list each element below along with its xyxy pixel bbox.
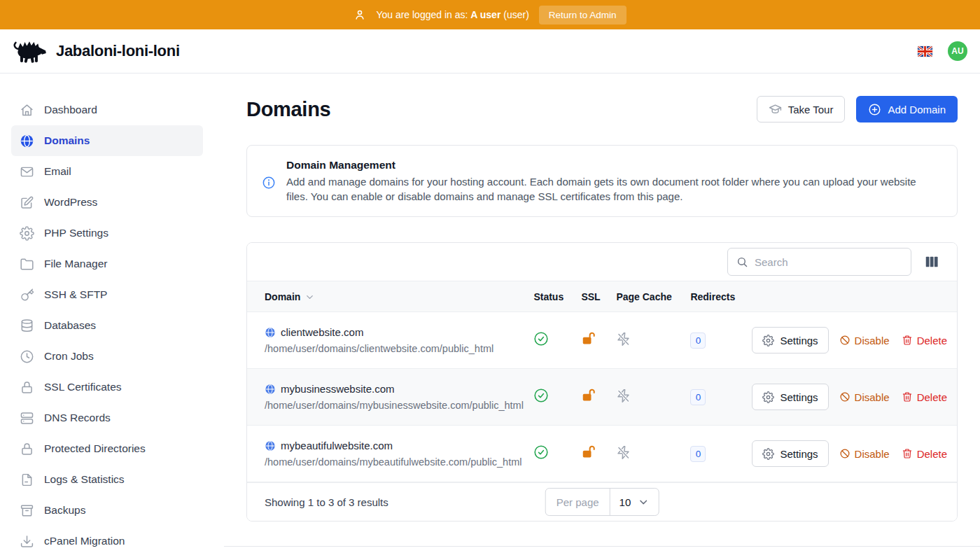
sidebar-item-domains[interactable]: Domains — [11, 125, 203, 156]
page-cache-off-icon[interactable] — [616, 445, 631, 460]
person-icon — [354, 8, 366, 21]
gear-icon — [762, 448, 774, 460]
file-text-icon — [20, 472, 34, 487]
ssl-unlocked-icon[interactable] — [581, 444, 596, 460]
app-header: Jabaloni-loni-loni AU — [0, 29, 980, 74]
columns-toggle-icon[interactable] — [924, 254, 939, 270]
column-header-ssl: SSL — [581, 281, 616, 312]
status-check-circle-icon — [533, 444, 549, 460]
domain-table-row: mybusinesswebsite.com /home/user/domains… — [247, 369, 957, 426]
results-summary: Showing 1 to 3 of 3 results — [265, 496, 388, 508]
page-cache-off-icon[interactable] — [616, 388, 631, 403]
domain-name-link[interactable]: clientwebsite.com — [281, 326, 363, 338]
sidebar-item-cpanel-migration[interactable]: cPanel Migration — [11, 526, 203, 556]
page-bottom-divider — [224, 546, 980, 547]
sidebar-item-php-settings[interactable]: PHP Settings — [11, 218, 203, 248]
graduation-cap-icon — [769, 103, 782, 116]
impersonation-banner: You are logged in as: A user (user) Retu… — [0, 0, 980, 29]
disable-button[interactable]: Disable — [838, 391, 891, 403]
redirects-count-badge[interactable]: 0 — [690, 332, 706, 349]
search-input[interactable] — [755, 256, 902, 268]
sidebar-item-email[interactable]: Email — [11, 156, 203, 187]
gear-icon — [762, 391, 774, 403]
edit-icon — [20, 195, 34, 210]
sidebar: Dashboard Domains Email WordPress PHP Se… — [0, 74, 224, 560]
page-title: Domains — [246, 98, 330, 121]
delete-button[interactable]: Delete — [900, 391, 948, 403]
add-domain-button[interactable]: Add Domain — [856, 96, 958, 122]
ssl-unlocked-icon[interactable] — [581, 331, 596, 346]
domains-table-body: clientwebsite.com /home/user/domains/cli… — [247, 312, 957, 482]
trash-icon — [902, 448, 913, 459]
sort-chevron-down-icon[interactable] — [304, 292, 315, 302]
boar-logo-icon — [11, 38, 48, 64]
database-icon — [20, 318, 34, 333]
sidebar-item-protected-directories[interactable]: Protected Directories — [11, 433, 203, 464]
delete-button[interactable]: Delete — [900, 335, 948, 346]
sidebar-item-dns-records[interactable]: DNS Records — [11, 402, 203, 433]
search-icon — [736, 256, 748, 268]
sidebar-item-dashboard[interactable]: Dashboard — [11, 94, 203, 125]
column-header-domain[interactable]: Domain — [247, 281, 533, 312]
brand-title: Jabaloni-loni-loni — [56, 42, 180, 60]
return-to-admin-button[interactable]: Return to Admin — [539, 6, 626, 24]
settings-button[interactable]: Settings — [752, 440, 828, 467]
disable-button[interactable]: Disable — [838, 335, 891, 346]
globe-icon — [265, 327, 276, 338]
take-tour-button[interactable]: Take Tour — [757, 96, 846, 122]
sidebar-item-ssh-sftp[interactable]: SSH & SFTP — [11, 279, 203, 310]
domain-table-row: clientwebsite.com /home/user/domains/cli… — [247, 312, 957, 369]
domain-name-link[interactable]: mybeautifulwebsite.com — [281, 440, 393, 451]
redirects-count-badge[interactable]: 0 — [690, 389, 706, 405]
sidebar-item-logs-statistics[interactable]: Logs & Statistics — [11, 464, 203, 495]
ssl-unlocked-icon[interactable] — [581, 388, 596, 403]
sidebar-item-databases[interactable]: Databases — [11, 310, 203, 341]
domain-table-row: mybeautifulwebsite.com /home/user/domain… — [247, 426, 957, 482]
info-icon — [262, 176, 276, 190]
domains-table: Domain Status SSL Page Cache Redirects c… — [247, 281, 957, 482]
domain-root-path: /home/user/domains/clientwebsite.com/pub… — [265, 343, 533, 354]
archive-icon — [20, 503, 34, 518]
sidebar-item-cron-jobs[interactable]: Cron Jobs — [11, 341, 203, 372]
delete-button[interactable]: Delete — [900, 448, 948, 460]
home-icon — [20, 103, 34, 118]
trash-icon — [902, 391, 913, 402]
status-check-circle-icon — [533, 388, 549, 403]
info-box-body: Add and manage domains for your hosting … — [286, 175, 940, 204]
main-content: Domains Take Tour Add Domain — [224, 74, 980, 560]
settings-button[interactable]: Settings — [752, 327, 828, 354]
chevron-down-icon — [637, 496, 649, 508]
per-page-value: 10 — [620, 496, 631, 508]
per-page-select[interactable]: Per page 10 — [545, 488, 659, 516]
lock-icon — [20, 380, 34, 395]
domain-root-path: /home/user/domains/mybusinesswebsite.com… — [265, 400, 533, 411]
sidebar-item-ssl-certificates[interactable]: SSL Certificates — [11, 372, 203, 402]
ban-icon — [839, 448, 850, 459]
trash-icon — [902, 335, 913, 346]
domain-name-link[interactable]: mybusinesswebsite.com — [281, 383, 395, 395]
status-check-circle-icon — [533, 331, 549, 346]
language-flag-icon[interactable] — [918, 46, 932, 57]
download-icon — [20, 534, 34, 549]
sidebar-item-backups[interactable]: Backups — [11, 495, 203, 526]
sidebar-item-file-manager[interactable]: File Manager — [11, 248, 203, 279]
disable-button[interactable]: Disable — [838, 448, 891, 460]
sidebar-nav-list: Dashboard Domains Email WordPress PHP Se… — [0, 94, 224, 556]
redirects-count-badge[interactable]: 0 — [690, 446, 706, 462]
column-header-page-cache: Page Cache — [616, 281, 690, 312]
domain-root-path: /home/user/domains/mybeautifulwebsite.co… — [265, 456, 533, 468]
settings-button[interactable]: Settings — [752, 384, 828, 410]
gear-icon — [762, 335, 774, 346]
banner-role: (user) — [503, 9, 529, 20]
folder-icon — [20, 257, 34, 272]
sidebar-item-wordpress[interactable]: WordPress — [11, 187, 203, 218]
lock-icon — [20, 442, 34, 456]
mail-icon — [20, 164, 34, 179]
globe-icon — [20, 134, 34, 148]
user-avatar[interactable]: AU — [948, 41, 967, 61]
ban-icon — [839, 335, 850, 346]
globe-icon — [265, 384, 276, 395]
gear-icon — [20, 226, 34, 241]
page-cache-off-icon[interactable] — [616, 332, 631, 346]
plus-circle-icon — [868, 103, 881, 116]
